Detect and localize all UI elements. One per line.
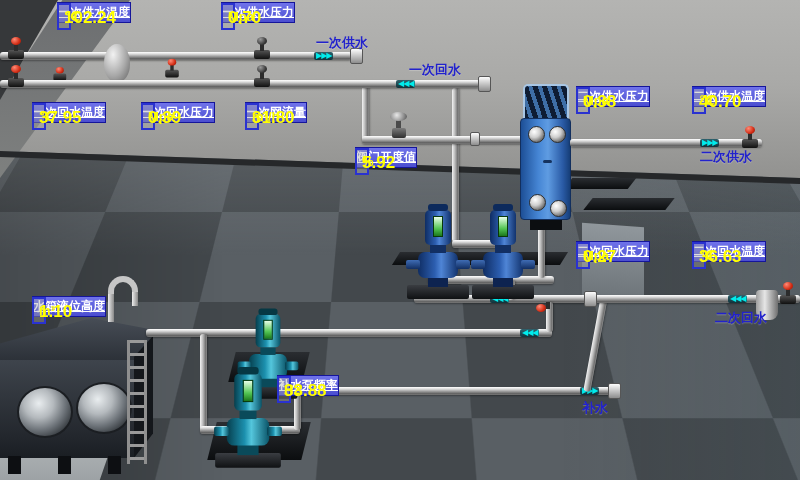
separator-drain-valve[interactable] <box>165 60 179 79</box>
valve-body <box>254 78 270 87</box>
pipe-flange <box>478 76 491 92</box>
pump-nozzle <box>406 260 420 269</box>
drain-valve[interactable] <box>53 64 64 78</box>
display-value-box: 1.10 m³ <box>32 297 46 324</box>
display-value-box: 0.39 Mpa <box>141 103 155 130</box>
secondary-return-valve[interactable] <box>780 283 796 305</box>
pump-cap <box>259 308 278 315</box>
valve-handle-icon <box>11 65 21 73</box>
valve-handle-icon <box>257 65 267 73</box>
pipe-label-secondary-supply: 二次供水 <box>700 148 752 166</box>
display-value-box: 0.27 Mpa <box>576 242 590 269</box>
pipe-valve-riser <box>362 86 369 142</box>
display-unit: Mpa <box>148 108 174 126</box>
valve-stem <box>170 65 173 71</box>
dirt-separator <box>104 44 130 82</box>
pump-base <box>215 453 281 468</box>
hx-port-top-right <box>549 126 566 143</box>
pump-neck <box>495 245 511 253</box>
pump-neck <box>430 245 446 253</box>
valve-handle-icon <box>11 37 21 45</box>
valve-body <box>780 295 796 304</box>
handwheel-icon <box>390 112 407 121</box>
display-value-box: 0.70 Mpa <box>221 3 235 30</box>
pipe-makeup-discharge <box>298 387 616 395</box>
display-value-box: 5.92 % <box>355 148 369 175</box>
valve-handle-icon <box>536 304 546 312</box>
pipe-flange <box>608 383 621 399</box>
valve-body <box>8 50 24 59</box>
pump-nozzle <box>471 260 485 269</box>
hx-port-top-left <box>528 126 545 143</box>
pipe-label-primary-supply: 一次供水 <box>316 34 368 52</box>
flow-arrow-icon <box>520 329 539 337</box>
water-tank <box>0 318 154 476</box>
pipe-secondary-supply <box>570 139 762 147</box>
primary-supply-valve[interactable] <box>8 38 24 60</box>
pump-nozzle <box>214 426 229 436</box>
valve-stem <box>14 44 18 51</box>
display-value-box: 40.70 ℃ <box>692 87 706 114</box>
flow-arrow-icon <box>728 295 747 303</box>
flow-arrow-icon <box>314 52 333 60</box>
display-unit: Hz <box>284 381 300 399</box>
valve-handle-icon <box>783 282 793 290</box>
hx-top-frame <box>523 84 569 122</box>
hx-port-bottom-right <box>550 200 567 217</box>
pump-cap <box>428 204 448 211</box>
display-unit: Mpa <box>583 92 609 110</box>
tank-vent-pipe <box>108 292 114 322</box>
pipe-label-makeup-water: 补水 <box>582 399 608 417</box>
tank-manhole-1 <box>17 386 73 438</box>
heat-exchanger <box>520 84 572 234</box>
tank-ladder <box>127 340 147 464</box>
display-value-box: 36.63 ℃ <box>692 242 706 269</box>
tank-leg <box>108 456 121 474</box>
pipe-label-secondary-return: 二次回水 <box>715 309 767 327</box>
tank-manhole-2 <box>76 382 132 434</box>
display-unit: ℃ <box>699 92 715 110</box>
flow-arrow-icon <box>700 139 719 147</box>
valve-handle-icon <box>257 37 267 45</box>
pump-cap <box>237 367 258 374</box>
pump-indicator <box>498 216 508 237</box>
platform-strip-1 <box>564 178 637 189</box>
pump-indicator <box>243 380 254 402</box>
circulation-pump-1[interactable] <box>414 204 462 300</box>
valve-body <box>254 50 270 59</box>
display-unit: ℃ <box>39 108 55 126</box>
primary-supply-valve-2[interactable] <box>254 38 270 60</box>
pump-volute <box>418 252 458 278</box>
valve-stem <box>260 44 264 51</box>
tank-leg <box>8 456 21 474</box>
return-stub-valve[interactable] <box>540 296 556 318</box>
pump-cap <box>493 204 513 211</box>
display-unit: ℃ <box>699 247 715 265</box>
display-unit: Mpa <box>583 247 609 265</box>
makeup-pump-2[interactable] <box>223 367 274 469</box>
control-valve[interactable] <box>388 112 410 140</box>
pump-nozzle <box>285 362 298 371</box>
valve-stem <box>786 289 790 296</box>
platform-strip-2 <box>583 198 674 210</box>
pump-indicator <box>263 320 273 340</box>
flow-arrow-icon <box>396 80 415 88</box>
display-value-box: 37.95 ℃ <box>32 103 46 130</box>
valve-stem <box>260 72 264 79</box>
display-value-box: 31.80 m³/h <box>245 103 259 130</box>
valve-body <box>742 139 758 148</box>
primary-return-valve-2[interactable] <box>254 66 270 88</box>
pump-volute <box>227 418 269 446</box>
hmi-screen: 一次供水 一次回水 二次供水 二次回水 补水 一次供水温度 102.24 ℃ 一… <box>0 0 800 480</box>
valve-stem <box>546 302 550 309</box>
pump-indicator <box>433 216 443 237</box>
display-unit: Mpa <box>228 8 254 26</box>
display-unit: m³/h <box>252 108 279 126</box>
pump-base <box>472 285 534 299</box>
valve-stem <box>748 133 752 140</box>
hx-face-mark <box>543 160 552 163</box>
pump-nozzle <box>521 260 535 269</box>
hx-port-bottom-left <box>529 194 546 211</box>
secondary-supply-valve[interactable] <box>742 127 758 149</box>
primary-return-valve[interactable] <box>8 66 24 88</box>
